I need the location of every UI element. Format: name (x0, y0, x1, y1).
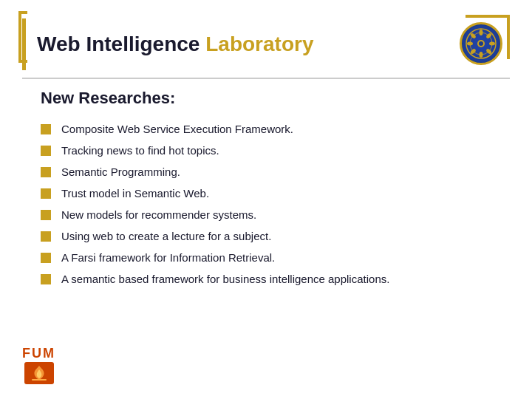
research-item-text-2: Semantic Programming. (61, 166, 180, 178)
list-item: Trust model in Semantic Web. (41, 187, 458, 200)
bullet-4 (41, 210, 51, 220)
title-left-bar (22, 18, 26, 70)
list-item: A Farsi framework for Information Retrie… (41, 251, 458, 264)
fum-text: FUM (22, 347, 55, 360)
logo-inner (463, 25, 499, 62)
main-content: New Researches: Composite Web Service Ex… (41, 89, 458, 294)
slide-container: Web Intelligence Laboratory (0, 0, 532, 399)
list-item: Using web to create a lecture for a subj… (41, 230, 458, 242)
fum-logo: FUM (22, 347, 55, 384)
list-item: Tracking news to find hot topics. (41, 144, 458, 157)
list-item: New models for recommender systems. (41, 208, 458, 221)
header-area: Web Intelligence Laboratory (22, 15, 510, 74)
svg-point-6 (480, 52, 483, 58)
section-title: New Researches: (41, 89, 458, 108)
svg-point-11 (479, 41, 483, 46)
svg-rect-13 (32, 379, 47, 381)
research-item-text-3: Trust model in Semantic Web. (61, 187, 209, 200)
research-item-text-7: A semantic based framework for business … (61, 273, 389, 285)
research-item-text-1: Tracking news to find hot topics. (61, 144, 219, 157)
research-list: Composite Web Service Execution Framewor… (41, 123, 458, 285)
svg-point-2 (480, 30, 483, 35)
svg-point-4 (489, 42, 495, 46)
university-logo (460, 22, 502, 65)
list-item: Semantic Programming. (41, 166, 458, 178)
bullet-5 (41, 231, 51, 242)
fum-emblem (24, 362, 54, 384)
bullet-0 (41, 124, 51, 134)
bullet-6 (41, 253, 51, 263)
fum-emblem-svg (26, 364, 52, 383)
svg-point-8 (467, 42, 473, 46)
title-section: Web Intelligence Laboratory (22, 15, 313, 74)
title-part1: Web Intelligence (37, 33, 200, 55)
bullet-1 (41, 146, 51, 156)
title-part2: Laboratory (200, 33, 313, 55)
header-divider (22, 78, 510, 79)
research-item-text-4: New models for recommender systems. (61, 208, 256, 221)
research-item-text-6: A Farsi framework for Information Retrie… (61, 251, 275, 264)
list-item: A semantic based framework for business … (41, 273, 458, 285)
research-item-text-0: Composite Web Service Execution Framewor… (61, 123, 293, 135)
slide-title: Web Intelligence Laboratory (37, 33, 313, 56)
logo-emblem-svg (465, 27, 497, 60)
bullet-3 (41, 188, 51, 199)
research-item-text-5: Using web to create a lecture for a subj… (61, 230, 271, 242)
university-logo-container (451, 15, 510, 74)
bullet-7 (41, 274, 51, 284)
bullet-2 (41, 167, 51, 177)
list-item: Composite Web Service Execution Framewor… (41, 123, 458, 135)
